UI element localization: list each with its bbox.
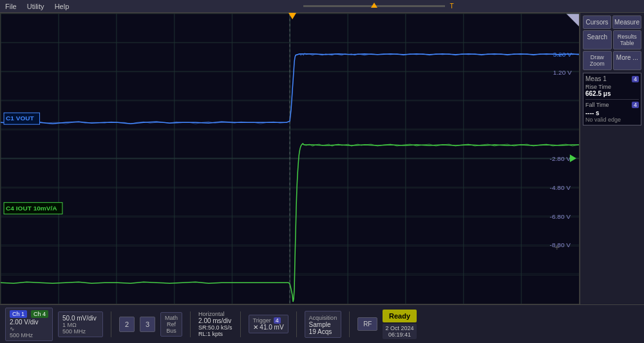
rise-time-label: Rise Time: [585, 84, 639, 90]
fall-time-badge: 4: [632, 102, 639, 108]
bottom-bar: Ch 1 Ch 4 2.00 V/div ∿ 500 MHz 50.0 mV/d…: [0, 304, 644, 343]
ch1-info: Ch 1 Ch 4 2.00 V/div ∿ 500 MHz: [5, 308, 53, 341]
horizontal-tdiv: 2.00 ms/div: [198, 317, 232, 324]
waveform-canvas: 3.20 V 1.20 V -2.80 V -4.80 V -6.80 V -8…: [1, 14, 579, 304]
trigger-level-bottom: 41.0 mV: [260, 324, 283, 331]
svg-text:-2.80 V: -2.80 V: [550, 155, 571, 162]
time-value: 06:19:41: [388, 331, 411, 338]
menu-help[interactable]: Help: [55, 3, 70, 10]
svg-text:-6.80 V: -6.80 V: [550, 213, 571, 220]
svg-text:1.20 V: 1.20 V: [553, 69, 572, 76]
menu-bar: File Utility Help T: [0, 0, 644, 13]
divider-1: [111, 311, 111, 337]
trigger-label: Trigger: [253, 317, 271, 324]
ch4-tag-inline: Ch 4: [31, 310, 48, 318]
meas1-badge: 4: [632, 76, 639, 82]
no-valid-edge: No valid edge: [585, 116, 639, 123]
divider-3: [240, 311, 241, 337]
acquisition-info: Acquisition Sample 19 Acqs: [305, 311, 342, 338]
fall-time-value: ---- s: [585, 109, 639, 116]
date-display: 2 Oct 2024 06:19:41: [383, 324, 416, 339]
cursors-button[interactable]: Cursors: [583, 15, 611, 29]
scope-screen: 3.20 V 1.20 V -2.80 V -4.80 V -6.80 V -8…: [0, 13, 580, 304]
rise-time-value: 662.5 μs: [585, 90, 639, 97]
math-ref-bus[interactable]: Math Ref Bus: [160, 312, 182, 337]
right-panel: Cursors Measure Search Results Table Dra…: [580, 13, 644, 304]
ch1-tag: Ch 1: [10, 310, 27, 318]
divider-5: [349, 311, 350, 337]
svg-text:C4  IOUT 10mV/A: C4 IOUT 10mV/A: [6, 205, 57, 212]
meas1-label: Meas 1: [585, 75, 607, 82]
trigger-symbol: ✕: [253, 324, 258, 331]
trigger-info: Trigger 4 ✕ 41.0 mV: [249, 315, 289, 333]
horizontal-rl: RL:1 kpts: [198, 331, 232, 337]
ch1-coupling: ∿: [10, 326, 48, 332]
fall-time-label: Fall Time: [585, 102, 609, 108]
ch4-r: 1 MΩ: [62, 322, 99, 328]
ch4-vdiv: 50.0 mV/div: [62, 315, 99, 322]
ch4-info: 50.0 mV/div 1 MΩ 500 MHz: [58, 311, 103, 337]
cursor-crosshair: +: [554, 242, 560, 252]
ch3-button[interactable]: 3: [140, 317, 155, 332]
ready-status: Ready: [383, 310, 416, 322]
horizontal-sr: SR:50.0 kS/s: [198, 324, 232, 331]
search-button[interactable]: Search: [583, 30, 612, 50]
horizontal-label: Horizontal: [198, 311, 232, 317]
acq-label: Acquisition: [309, 315, 337, 321]
draw-zoom-button[interactable]: Draw Zoom: [583, 51, 612, 70]
ch1-bw: 500 MHz: [10, 332, 48, 338]
more-button[interactable]: More ...: [613, 51, 642, 70]
menu-file[interactable]: File: [5, 3, 17, 10]
ch2-button[interactable]: 2: [119, 317, 135, 332]
horizontal-info: Horizontal 2.00 ms/div SR:50.0 kS/s RL:1…: [198, 311, 232, 337]
svg-text:C1  VOUT: C1 VOUT: [6, 115, 35, 122]
measure-button[interactable]: Measure: [612, 15, 641, 29]
svg-text:-4.80 V: -4.80 V: [550, 184, 571, 191]
svg-text:3.20 V: 3.20 V: [553, 51, 572, 58]
divider-2: [190, 311, 191, 337]
ch1-vdiv: 2.00 V/div: [10, 319, 48, 326]
divider-4: [296, 311, 297, 337]
meas-box: Meas 1 4 Rise Time 662.5 μs Fall Time 4 …: [583, 73, 641, 125]
trigger-badge: 4: [274, 317, 281, 324]
date-value: 2 Oct 2024: [385, 325, 413, 331]
ch4-bw: 500 MHz: [62, 328, 99, 335]
rf-button[interactable]: RF: [357, 317, 377, 331]
svg-text:-8.80 V: -8.80 V: [550, 241, 571, 248]
menu-utility[interactable]: Utility: [27, 3, 44, 10]
acq-count: 19 Acqs: [309, 328, 337, 335]
results-table-button[interactable]: Results Table: [613, 30, 642, 50]
acq-mode: Sample: [309, 321, 337, 328]
trigger-marker-top: [289, 13, 296, 19]
main-area: 3.20 V 1.20 V -2.80 V -4.80 V -6.80 V -8…: [0, 13, 644, 304]
